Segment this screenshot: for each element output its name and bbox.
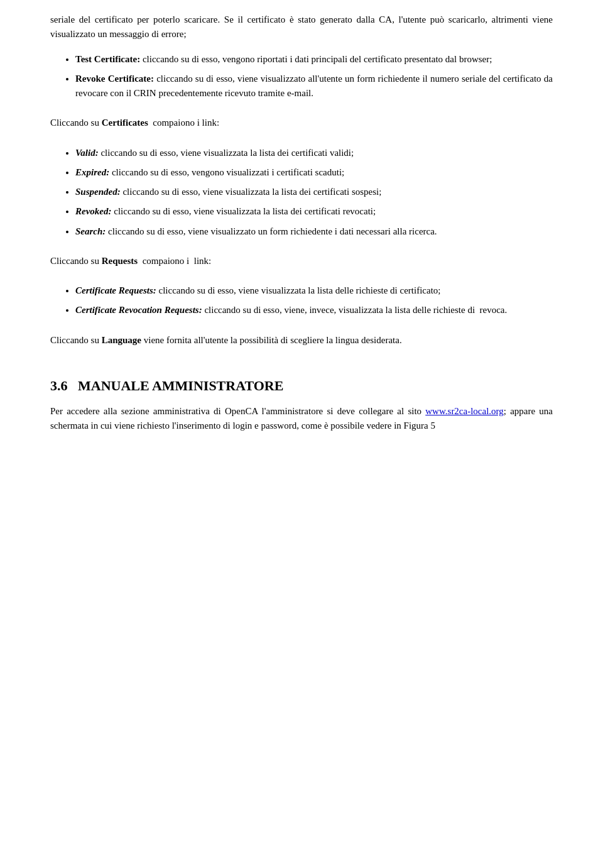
certificate-revocation-requests-item: Certificate Revocation Requests: cliccan… — [75, 303, 553, 317]
sr2ca-link[interactable]: www.sr2ca-local.org — [425, 406, 504, 416]
section-36-heading: 3.6 MANUALE AMMINISTRATORE — [50, 378, 553, 394]
test-certificate-item: Test Certificate: cliccando su di esso, … — [75, 52, 553, 67]
intro-paragraph: seriale del certificato per poterlo scar… — [50, 13, 553, 42]
suspended-item: Suspended: cliccando su di esso, viene v… — [75, 185, 553, 199]
certificates-intro: Cliccando su Certificates compaiono i li… — [50, 116, 553, 130]
revoked-item: Revoked: cliccando su di esso, viene vis… — [75, 204, 553, 219]
revoke-certificate-item: Revoke Certificate: cliccando su di esso… — [75, 72, 553, 101]
valid-item: Valid: cliccando su di esso, viene visua… — [75, 146, 553, 160]
expired-item: Expired: cliccando su di esso, vengono v… — [75, 165, 553, 180]
certificates-list: Valid: cliccando su di esso, viene visua… — [50, 146, 553, 239]
cert-actions-list: Test Certificate: cliccando su di esso, … — [50, 52, 553, 101]
requests-intro: Cliccando su Requests compaiono i link: — [50, 254, 553, 268]
section-36-paragraph: Per accedere alla sezione amministrativa… — [50, 404, 553, 434]
certificate-requests-item: Certificate Requests: cliccando su di es… — [75, 283, 553, 298]
search-item: Search: cliccando su di esso, viene visu… — [75, 224, 553, 239]
requests-list: Certificate Requests: cliccando su di es… — [50, 283, 553, 318]
section-number: 3.6 — [50, 378, 68, 393]
language-paragraph: Cliccando su Language viene fornita all'… — [50, 333, 553, 348]
